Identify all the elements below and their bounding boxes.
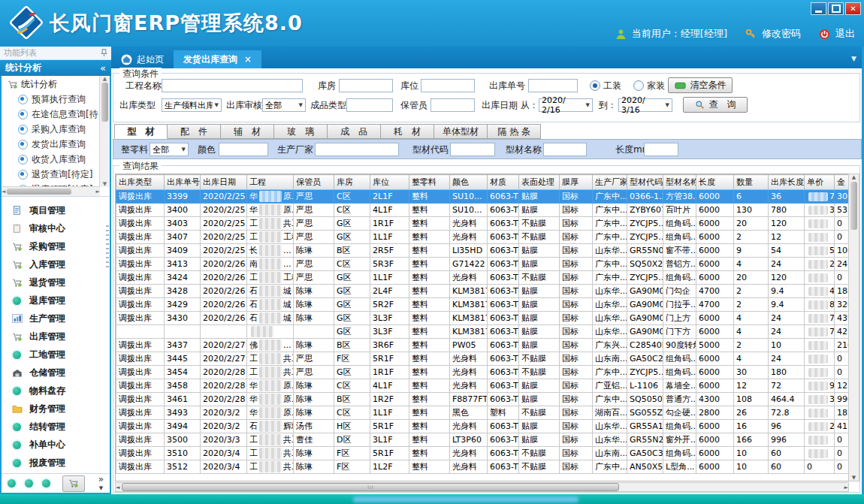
tree-item[interactable]: 退货查询[待定]: [3, 167, 100, 182]
pin-icon[interactable]: [101, 49, 107, 57]
tree-item[interactable]: 收货入库查询: [3, 152, 100, 167]
change-password-link[interactable]: 修改密码: [762, 27, 801, 41]
order-no-input[interactable]: [528, 79, 578, 92]
material-tab-玻璃[interactable]: 玻 璃: [274, 124, 328, 139]
tree-item[interactable]: 在途信息查询[待: [3, 107, 100, 122]
table-row[interactable]: 调拨出库33992020/2/25华原...严思C区2L1F整料SU10...6…: [116, 190, 850, 204]
material-tab-隔热条[interactable]: 隔 热 条: [488, 124, 541, 139]
radio-jiazhuang[interactable]: 家装: [633, 79, 665, 92]
table-row[interactable]: 调拨出库34932020/3/2华原...陈琳C区1L1F整料黑色塑料不贴膜国标…: [116, 406, 850, 420]
scrollbar-thumb[interactable]: [850, 182, 857, 230]
sidebar-item-审核中心[interactable]: 审核中心: [2, 219, 110, 237]
table-row[interactable]: 调拨出库35102020/3/4工共工程陈琳F区5R1F整料光身料6063-T5…: [116, 447, 850, 460]
column-header-保管员[interactable]: 保管员: [294, 175, 334, 190]
scroll-right-icon[interactable]: ►: [96, 189, 100, 195]
statistics-group-header[interactable]: 统计分析 «: [0, 60, 111, 76]
column-header-库房[interactable]: 库房: [334, 175, 370, 190]
sidebar-item-退货管理[interactable]: 退货管理: [2, 273, 110, 291]
manufacturer-input[interactable]: [315, 143, 399, 156]
column-header-膜厚[interactable]: 膜厚: [560, 175, 593, 190]
sidebar-item-仓储管理[interactable]: 仓储管理: [2, 364, 110, 382]
table-row[interactable]: 调拨出库34002020/2/25华原...严思C区4L1F整料SU10...6…: [116, 204, 850, 217]
overflow-chevron[interactable]: »▼: [98, 475, 104, 492]
radio-gongzhuang[interactable]: 工装: [590, 79, 621, 92]
column-header-库位[interactable]: 库位: [370, 175, 409, 190]
scroll-left-icon[interactable]: ◄: [2, 189, 5, 195]
maximize-button[interactable]: [828, 2, 844, 15]
tab-overflow-icon[interactable]: ▼: [851, 55, 856, 62]
column-header-数量[interactable]: 数量: [734, 175, 769, 190]
column-header-表面处理[interactable]: 表面处理: [519, 175, 560, 190]
whole-piece-select[interactable]: 全部▼: [150, 143, 189, 156]
sidebar-item-退库管理[interactable]: 退库管理: [2, 291, 110, 309]
sidebar-item-生产管理[interactable]: 生产管理: [2, 309, 110, 327]
sidebar-item-项目管理[interactable]: 项目管理: [2, 201, 110, 219]
scrollbar-thumb[interactable]: III: [122, 483, 619, 491]
column-header-工程[interactable]: 工程: [247, 175, 294, 190]
material-tab-耗材[interactable]: 耗 材: [381, 124, 434, 139]
product-type-input[interactable]: [346, 98, 393, 112]
scroll-down-icon[interactable]: ▼: [103, 181, 107, 187]
column-header-出库类型[interactable]: 出库类型: [116, 175, 165, 190]
tab-close-icon[interactable]: ×: [244, 54, 252, 65]
project-name-input[interactable]: [162, 79, 303, 92]
column-header-型材代码[interactable]: 型材代码: [627, 175, 663, 190]
table-row[interactable]: 调拨出库35002020/3/3工共工程曹佳D区3L1F整料LT3P606063…: [116, 433, 850, 447]
scrollbar-thumb[interactable]: [101, 83, 108, 122]
column-header-生产厂家[interactable]: 生产厂家: [593, 175, 627, 190]
sidebar-item-物料盘存[interactable]: 物料盘存: [2, 382, 110, 400]
table-row[interactable]: 调拨出库34292020/2/26石城陈琳G区5R2F整料KLM38176063…: [116, 298, 850, 312]
circle-icon[interactable]: [25, 479, 33, 487]
outbound-audit-select[interactable]: 全部▼: [262, 98, 306, 112]
scroll-up-icon[interactable]: ▲: [103, 76, 107, 82]
date-to-select[interactable]: 2020/ 3/16▼: [618, 98, 672, 112]
grid-horizontal-scrollbar[interactable]: ◄ III ►: [115, 482, 849, 492]
material-tab-辅材[interactable]: 辅 材: [221, 124, 274, 139]
column-header-出库单号[interactable]: 出库单号: [165, 175, 201, 190]
table-row[interactable]: 调拨出库34282020/2/26石城陈琳G区2L4F整料KLM38176063…: [116, 285, 850, 298]
table-row[interactable]: 调拨出库34032020/2/25工共工程严思G区1R1F整料光身料6063-T…: [116, 217, 850, 231]
scroll-left-icon[interactable]: ◄: [116, 484, 119, 490]
sidebar-item-工地管理[interactable]: 工地管理: [2, 346, 110, 364]
column-header-型材名称[interactable]: 型材名称: [663, 175, 696, 190]
sidebar-item-出库管理[interactable]: 出库管理: [2, 327, 110, 346]
scroll-down-icon[interactable]: ▼: [852, 475, 856, 481]
sidebar-item-补单中心[interactable]: 补单中心: [2, 436, 110, 454]
tab-起始页[interactable]: 起始页: [111, 50, 174, 68]
column-header-单价[interactable]: 单价: [805, 175, 835, 190]
circle-icon[interactable]: [8, 479, 16, 487]
column-header-出库日期[interactable]: 出库日期: [201, 175, 247, 190]
table-row[interactable]: G区3L3F整料KLM38176063-T5贴膜国标山东华...GA90M09.…: [116, 325, 850, 339]
column-header-长度[interactable]: 长度: [696, 175, 734, 190]
length-mm-input[interactable]: [644, 143, 678, 156]
sidebar-item-入库管理[interactable]: 入库管理: [2, 255, 110, 273]
sidebar-item-结转管理[interactable]: 结转管理: [2, 418, 110, 436]
table-row[interactable]: 调拨出库34542020/2/28工共工程严思G区1R1F整料光身料6063-T…: [116, 366, 850, 379]
material-tab-配件[interactable]: 配 件: [168, 124, 221, 139]
tree-vertical-scrollbar[interactable]: ▲ ▼: [99, 76, 110, 187]
date-from-select[interactable]: 2020/ 2/16▼: [539, 98, 593, 112]
search-button[interactable]: 查 询: [683, 97, 748, 113]
column-header-金[interactable]: 金: [835, 175, 850, 190]
table-row[interactable]: 调拨出库34612020/2/28华原...陈琳B区1R2F整料F8877FT6…: [116, 393, 850, 406]
scrollbar-thumb[interactable]: [7, 189, 71, 195]
table-row[interactable]: 调拨出库34452020/2/27工共工程严思F区5R1F整料光身料6063-T…: [116, 352, 850, 366]
sidebar-splitter-handle[interactable]: [106, 225, 109, 267]
profile-name-input[interactable]: [543, 143, 587, 156]
table-row[interactable]: 调拨出库34092020/2/25长...陈琳B区2R5F整料LI35HD606…: [116, 244, 850, 258]
location-input[interactable]: [421, 79, 475, 92]
column-header-颜色[interactable]: 颜色: [450, 175, 488, 190]
circle-icon[interactable]: [42, 479, 50, 487]
table-row[interactable]: 调拨出库34582020/2/28华原...陈琳C区4L1F整料光身料6063-…: [116, 379, 850, 393]
tree-horizontal-scrollbar[interactable]: ◄ ►: [2, 186, 100, 196]
table-row[interactable]: 调拨出库35122020/3/4工共工程陈琳F区1L2F整料光身料6063-T5…: [116, 460, 850, 474]
column-header-整零料[interactable]: 整零料: [409, 175, 450, 190]
clear-conditions-button[interactable]: 清空条件: [668, 77, 733, 93]
keeper-input[interactable]: [430, 98, 475, 112]
logout-link[interactable]: 退出: [835, 27, 855, 41]
material-tab-成品[interactable]: 成 品: [328, 124, 381, 139]
table-row[interactable]: 调拨出库34072020/2/25工工程严思G区1L1F整料光身料6063-T5…: [116, 231, 850, 244]
close-button[interactable]: ✕: [845, 2, 861, 15]
tree-root-statistics[interactable]: 统计分析: [3, 77, 100, 92]
color-input[interactable]: [219, 143, 268, 156]
